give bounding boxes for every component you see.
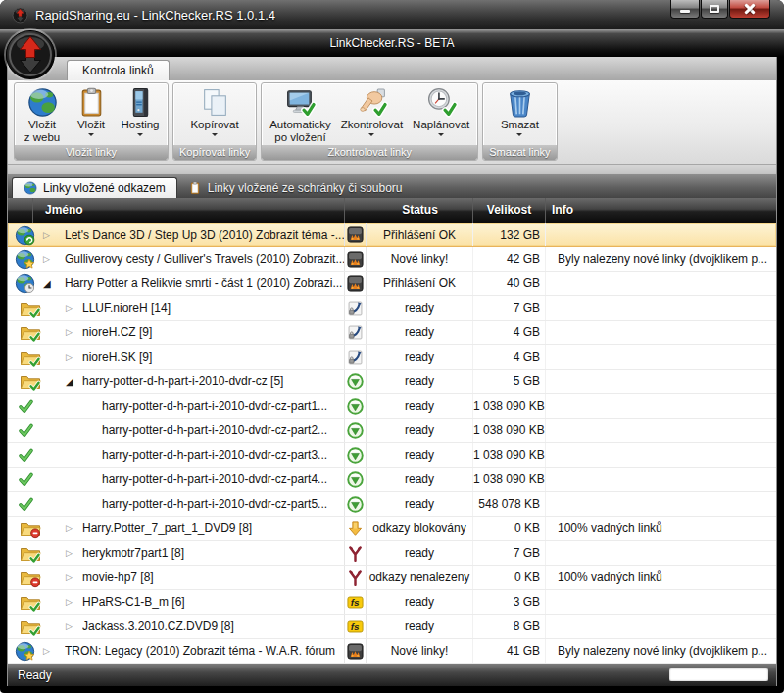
server-tower-icon — [124, 86, 157, 119]
table-row[interactable]: harry-potter-d-h-part-i-2010-dvdr-cz-par… — [8, 419, 776, 443]
cell-name: harry-potter-d-h-part-i-2010-dvdr-cz-par… — [8, 468, 344, 491]
column-header-jmeno[interactable]: Jméno — [33, 198, 344, 223]
folder-check-icon — [20, 323, 41, 343]
cell-size: 5 GB — [472, 370, 545, 393]
expander-collapsed-icon[interactable]: ▷ — [66, 541, 73, 565]
cell-status-icon — [344, 296, 367, 320]
table-row[interactable]: ▷LLUF.nioreH [14]ready7 GB — [8, 296, 776, 321]
ribbon-button-hosting[interactable]: Hosting — [116, 84, 165, 145]
ribbon-tab-kontrola-linku[interactable]: Kontrola linků — [67, 60, 170, 80]
cell-status: Přihlášení OK — [367, 223, 472, 246]
column-header-info[interactable]: Info — [545, 198, 776, 223]
tab-linky-vlozene-odkazem[interactable]: Linky vložené odkazem — [12, 177, 177, 198]
expander-collapsed-icon[interactable]: ▷ — [43, 223, 50, 246]
table-row[interactable]: harry-potter-d-h-part-i-2010-dvdr-cz-par… — [8, 468, 776, 492]
cell-status-icon — [344, 517, 367, 540]
view-tabstrip: Linky vložené odkazem Linky vložené ze s… — [8, 174, 776, 198]
table-row[interactable]: harry-potter-d-h-part-i-2010-dvdr-cz-par… — [8, 443, 776, 468]
cell-info — [545, 272, 776, 295]
cell-size: 4 GB — [472, 321, 545, 344]
ribbon-button-naplanovat[interactable]: Naplánovat — [408, 84, 474, 145]
close-button[interactable] — [729, 0, 770, 19]
tab-linky-vlozene-ze-schranky[interactable]: Linky vložené ze schránky či souboru — [177, 177, 414, 198]
ribbon-button-kopirovat[interactable]: Kopírovat — [185, 84, 243, 145]
column-header-velikost[interactable]: Velikost — [472, 198, 545, 223]
table-row[interactable]: ▷movie-hp7 [8]odkazy nenalezeny0 KB100% … — [8, 566, 776, 590]
ribbon-group-caption: Vložit linky — [15, 145, 168, 160]
expander-collapsed-icon[interactable]: ▷ — [43, 639, 50, 663]
table-row[interactable]: ◢harry-potter-d-h-part-i-2010-dvdr-cz [5… — [8, 370, 776, 394]
cell-size: 4 GB — [472, 345, 545, 369]
cell-status-icon — [344, 566, 367, 589]
expander-collapsed-icon[interactable]: ▷ — [66, 590, 73, 614]
cell-status-icon — [344, 492, 367, 516]
expander-expanded-icon[interactable]: ◢ — [66, 370, 74, 393]
table-row[interactable]: ▷Harry.Potter_7_part_1_DVD9 [8]odkazy bl… — [8, 517, 776, 541]
row-name: Jackass.3.2010.CZ.DVD9 [8] — [82, 615, 344, 638]
expander-collapsed-icon[interactable]: ▷ — [66, 296, 73, 320]
table-row[interactable]: ▷nioreH.CZ [9]ready4 GB — [8, 321, 776, 345]
titlebar[interactable]: RapidSharing.eu - LinkChecker.RS 1.0.1.4 — [0, 0, 784, 29]
clipboard-icon — [188, 181, 202, 195]
expander-collapsed-icon[interactable]: ▷ — [43, 247, 50, 271]
download-icon — [347, 471, 364, 488]
table-row[interactable]: ▷TRON: Legacy (2010) Zobrazit téma - W.A… — [8, 639, 776, 664]
cell-size: 8 GB — [472, 615, 545, 638]
fs-icon: fs — [347, 594, 364, 611]
folder-check-icon — [20, 299, 41, 319]
column-header-status[interactable]: Status — [367, 198, 472, 223]
expander-collapsed-icon[interactable]: ▷ — [66, 517, 73, 540]
cell-size: 0 KB — [472, 566, 545, 589]
cell-name: ▷movie-hp7 [8] — [8, 566, 344, 589]
table-row[interactable]: ▷Jackass.3.2010.CZ.DVD9 [8]fsready8 GB — [8, 615, 776, 639]
minimize-button[interactable] — [670, 0, 700, 19]
expander-collapsed-icon[interactable]: ▷ — [66, 321, 73, 344]
cell-name: ◢Harry Potter a Relikvie smrti - část 1 … — [8, 272, 344, 295]
expander-collapsed-icon[interactable]: ▷ — [66, 615, 73, 638]
expander-collapsed-icon[interactable]: ▷ — [66, 566, 73, 589]
cell-status: ready — [367, 590, 472, 614]
forum-icon — [347, 275, 364, 292]
download-icon — [347, 422, 364, 439]
ribbon-button-label: Smazat — [501, 119, 539, 131]
cell-status: ready — [367, 443, 472, 467]
column-header-status-icon[interactable] — [344, 198, 367, 223]
expander-expanded-icon[interactable]: ◢ — [43, 272, 51, 295]
row-name: harry-potter-d-h-part-i-2010-dvdr-cz-par… — [102, 443, 344, 467]
column-header-icon[interactable] — [8, 198, 33, 223]
dropdown-arrow-icon — [438, 133, 444, 139]
table-row[interactable]: harry-potter-d-h-part-i-2010-dvdr-cz-par… — [8, 492, 776, 517]
expander-collapsed-icon[interactable]: ▷ — [66, 345, 73, 369]
ribbon-button-smazat[interactable]: Smazat — [495, 84, 544, 145]
ribbon-group-caption: Smazat linky — [483, 145, 556, 160]
app-menu-button[interactable] — [6, 30, 55, 79]
table-row[interactable]: ▷nioreH.SK [9]ready4 GB — [8, 345, 776, 370]
table-row[interactable]: ▷herykmotr7part1 [8]ready7 GB — [8, 541, 776, 566]
ribbon-button-zkontrolovat[interactable]: Zkontrolovat — [336, 84, 408, 145]
ribbon-button-automaticky-po-vlozeni[interactable]: Automatickypo vložení — [265, 84, 336, 145]
check-icon — [18, 447, 34, 464]
cell-size: 42 GB — [472, 247, 545, 271]
ribbon-group-smazat-linky: SmazatSmazat linky — [482, 82, 557, 161]
cell-size: 0 KB — [472, 517, 545, 540]
row-name: LLUF.nioreH [14] — [82, 296, 344, 320]
maximize-button[interactable] — [701, 0, 728, 19]
table-row[interactable]: ◢Harry Potter a Relikvie smrti - část 1 … — [8, 272, 776, 296]
cell-info — [545, 223, 776, 246]
cell-name: ▷Gulliverovy cesty / Gulliver's Travels … — [8, 247, 344, 271]
table-row[interactable]: ▷Gulliverovy cesty / Gulliver's Travels … — [8, 247, 776, 272]
globe-web-icon — [26, 86, 59, 119]
table-row[interactable]: ▷Let's Dance 3D / Step Up 3D (2010) Zobr… — [8, 223, 776, 247]
cell-status: Nové linky! — [367, 639, 472, 663]
table-row[interactable]: ▷HPaRS-C1-B_m [6]fsready3 GB — [8, 590, 776, 615]
ribbon-button-vlozit[interactable]: Vložit — [67, 84, 116, 145]
copy-pages-icon — [199, 86, 231, 119]
row-name: herykmotr7part1 [8] — [82, 541, 344, 565]
status-text: Ready — [18, 668, 52, 682]
check-icon — [18, 471, 34, 488]
table-row[interactable]: harry-potter-d-h-part-i-2010-dvdr-cz-par… — [8, 394, 776, 419]
dropdown-arrow-icon — [368, 133, 374, 139]
cell-size: 41 GB — [472, 639, 545, 663]
cell-size: 1 038 090 KB — [472, 468, 545, 491]
ribbon-button-vlozit-z-webu[interactable]: Vložitz webu — [18, 84, 67, 145]
